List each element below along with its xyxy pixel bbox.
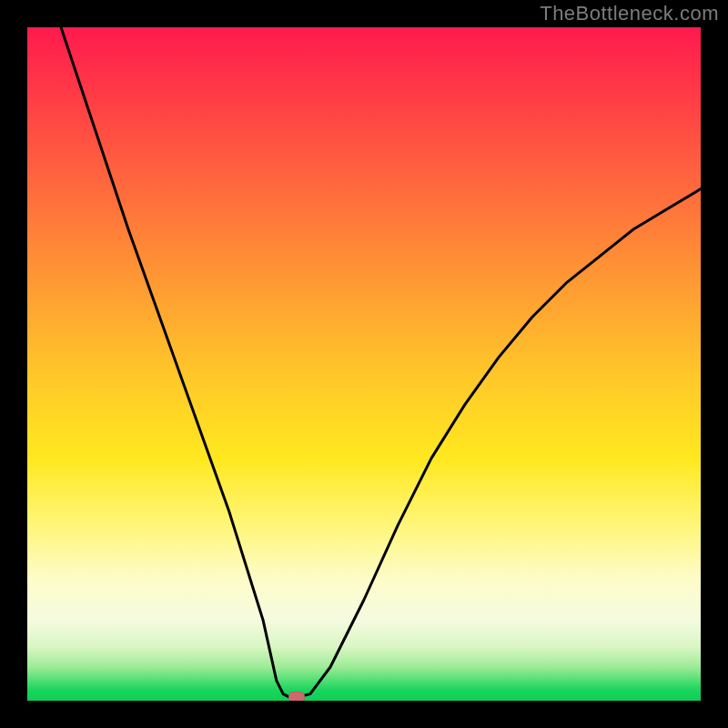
bottleneck-marker-icon (288, 692, 305, 701)
bottleneck-curve-path (61, 27, 701, 697)
watermark-text: TheBottleneck.com (540, 2, 719, 25)
plot-area (27, 27, 701, 701)
chart-frame: TheBottleneck.com (0, 0, 728, 728)
curve-layer (27, 27, 701, 701)
curve-svg (27, 27, 701, 701)
